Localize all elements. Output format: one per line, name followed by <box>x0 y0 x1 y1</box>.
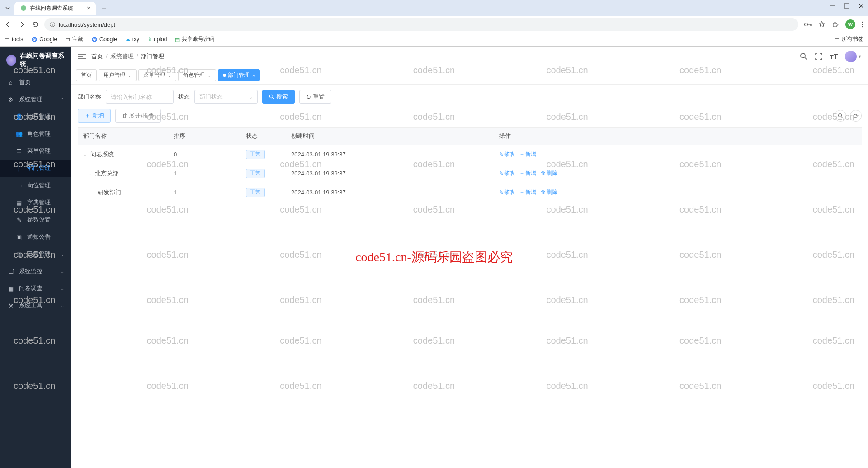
chevron-down-icon[interactable] <box>4 4 12 12</box>
password-icon[interactable] <box>804 21 812 28</box>
reset-button[interactable]: ↻ 重置 <box>299 90 331 104</box>
add-action[interactable]: ＋新增 <box>519 151 536 158</box>
extensions-icon[interactable] <box>832 21 839 28</box>
edit-action[interactable]: ✎修改 <box>499 170 515 177</box>
book-icon: ▤ <box>15 199 23 206</box>
minimize-icon[interactable] <box>829 3 835 9</box>
col-ops: 操作 <box>494 128 862 145</box>
refresh-icon[interactable]: ⟳ <box>850 110 862 122</box>
forward-icon[interactable] <box>18 21 25 28</box>
tool-icon: ⚒ <box>7 303 14 309</box>
dept-sort: 0 <box>168 145 241 164</box>
tree-toggle-icon[interactable]: ⌄ <box>88 171 92 176</box>
sidebar-item-tool[interactable]: ⚒系统工具⌄ <box>0 297 71 314</box>
svg-line-15 <box>805 57 807 60</box>
profile-avatar[interactable]: W <box>845 19 855 29</box>
google-icon: G <box>31 36 38 43</box>
sidebar-item-survey[interactable]: ▦问卷调查⌄ <box>0 280 71 297</box>
bookmark-shared[interactable]: ▤共享账号密码 <box>175 35 214 43</box>
chevron-down-icon[interactable]: ▼ <box>858 54 862 59</box>
bookmark-treasure[interactable]: 🗀宝藏 <box>65 35 83 43</box>
col-sort: 排序 <box>168 128 241 145</box>
sidebar-item-param-mgmt[interactable]: ✎参数设置 <box>0 211 71 228</box>
delete-action[interactable]: 🗑删除 <box>541 189 557 196</box>
svg-point-5 <box>862 24 863 25</box>
info-icon: ⓘ <box>50 21 55 28</box>
add-action[interactable]: ＋新增 <box>519 189 536 196</box>
chevron-down-icon: ⌄ <box>128 73 132 78</box>
sidebar-item-user-mgmt[interactable]: 👤用户管理 <box>0 108 71 125</box>
sidebar-item-post-mgmt[interactable]: ▭岗位管理 <box>0 177 71 194</box>
tab-dept[interactable]: 部门管理× <box>218 69 260 81</box>
all-bookmarks[interactable]: 🗀所有书签 <box>835 35 863 43</box>
sidebar-item-dict-mgmt[interactable]: ▤字典管理 <box>0 194 71 211</box>
brand-title: 在线问卷调查系统 <box>20 52 65 68</box>
google-icon: G <box>91 36 98 43</box>
maximize-icon[interactable] <box>844 3 850 9</box>
add-action[interactable]: ＋新增 <box>519 170 536 177</box>
table-row: ⌄北京总部1正常2024-03-01 19:39:37✎修改＋新增🗑删除 <box>78 164 862 183</box>
svg-point-6 <box>862 26 863 28</box>
expand-collapse-button[interactable]: ⇵展开/折叠 <box>115 109 161 123</box>
dept-name-input[interactable] <box>106 90 174 104</box>
add-button[interactable]: ＋新增 <box>78 109 111 123</box>
breadcrumb-system[interactable]: 系统管理 <box>110 52 134 61</box>
bookmark-uplod[interactable]: ⇪uplod <box>147 36 167 43</box>
sidebar-item-menu-mgmt[interactable]: ☰菜单管理 <box>0 142 71 160</box>
add-action-icon: ＋ <box>519 170 524 177</box>
search-icon[interactable] <box>800 52 808 61</box>
action-bar: ＋新增 ⇵展开/折叠 ⟳ <box>71 109 868 127</box>
refresh-icon: ↻ <box>306 94 311 100</box>
address-bar[interactable]: ⓘ localhost/system/dept <box>44 18 798 31</box>
tree-toggle-icon[interactable]: ⌄ <box>83 152 88 157</box>
bookmark-google1[interactable]: GGoogle <box>31 36 57 43</box>
new-tab-button[interactable]: + <box>99 3 109 14</box>
sidebar-item-monitor[interactable]: 🖵系统监控⌄ <box>0 263 71 280</box>
tab-home[interactable]: 首页 <box>76 69 97 81</box>
bookmark-txy[interactable]: ☁txy <box>125 36 139 43</box>
expand-icon: ⇵ <box>122 113 127 119</box>
chevron-down-icon: ⌄ <box>61 269 64 274</box>
edit-action[interactable]: ✎修改 <box>499 151 515 158</box>
breadcrumb-home[interactable]: 首页 <box>91 52 103 61</box>
user-avatar[interactable] <box>845 51 857 62</box>
sidebar-item-log-mgmt[interactable]: ▥日志管理⌄ <box>0 246 71 263</box>
users-icon: 👥 <box>15 131 23 137</box>
sidebar-item-system[interactable]: ⚙ 系统管理 ⌃ <box>0 91 71 108</box>
chevron-down-icon: ⌄ <box>61 252 64 257</box>
edit-action[interactable]: ✎修改 <box>499 189 515 196</box>
sidebar-item-dept-mgmt[interactable]: ┇部门管理 <box>0 160 71 177</box>
reload-icon[interactable] <box>32 21 39 28</box>
sidebar-item-notice-mgmt[interactable]: ▣通知公告 <box>0 228 71 246</box>
delete-action[interactable]: 🗑删除 <box>541 170 557 177</box>
star-icon[interactable] <box>818 21 826 28</box>
sidebar-item-role-mgmt[interactable]: 👥角色管理 <box>0 125 71 142</box>
tab-menu[interactable]: 菜单管理⌄ <box>138 69 176 81</box>
message-icon: ▣ <box>15 234 23 241</box>
add-action-icon: ＋ <box>519 189 524 196</box>
created-time: 2024-03-01 19:39:37 <box>286 183 494 202</box>
briefcase-icon: ▭ <box>15 182 23 189</box>
font-size-icon[interactable]: ᴛT <box>830 52 838 61</box>
status-placeholder: 部门状态 <box>199 93 223 101</box>
browser-tab[interactable]: 在线问卷调查系统 × <box>14 2 96 15</box>
search-toggle-icon[interactable] <box>835 110 846 122</box>
table-row: ⌄问卷系统0正常2024-03-01 19:39:37✎修改＋新增 <box>78 145 862 164</box>
close-icon[interactable]: × <box>252 73 255 78</box>
bookmark-google2[interactable]: GGoogle <box>91 36 117 43</box>
tab-user[interactable]: 用户管理⌄ <box>99 69 137 81</box>
dept-sort: 1 <box>168 164 241 183</box>
sidebar-item-home[interactable]: ⌂ 首页 <box>0 74 71 91</box>
back-icon[interactable] <box>5 21 12 28</box>
tab-role[interactable]: 角色管理⌄ <box>178 69 216 81</box>
close-icon[interactable]: × <box>87 5 90 12</box>
search-button[interactable]: 搜索 <box>262 90 295 104</box>
col-status: 状态 <box>241 128 286 145</box>
menu-dots-icon[interactable] <box>862 21 863 28</box>
svg-point-0 <box>21 5 26 11</box>
fullscreen-icon[interactable] <box>815 53 822 60</box>
bookmark-tools[interactable]: 🗀tools <box>5 36 23 43</box>
status-select[interactable]: 部门状态 ⌄ <box>194 90 258 104</box>
collapse-toggle-icon[interactable] <box>78 53 86 60</box>
close-icon[interactable] <box>858 3 864 9</box>
